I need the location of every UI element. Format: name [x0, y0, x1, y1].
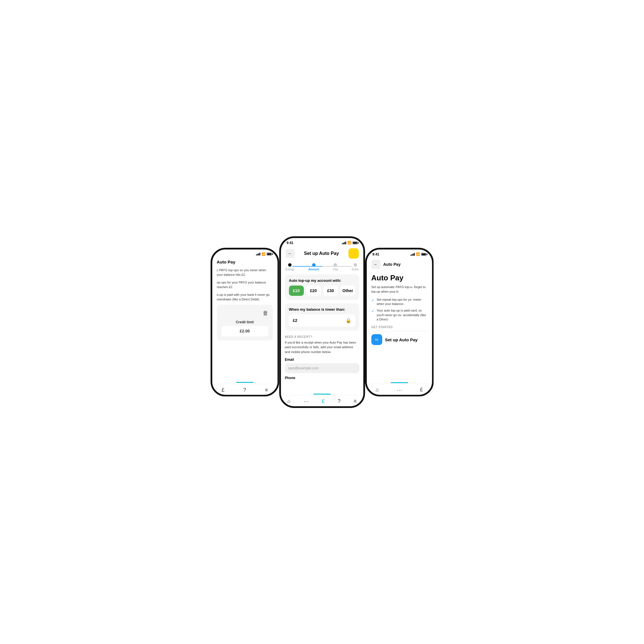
amount-btn-10[interactable]: £10	[289, 286, 304, 296]
payments-icon-left: £	[221, 387, 224, 393]
left-para-1: c PAYG top-ups so you never when your ba…	[217, 268, 273, 277]
status-bar-center: 9:41 📶	[281, 238, 363, 246]
phone-left: 9:41 📶 Auto Pay c PAYG top-ups so you ne…	[211, 248, 279, 397]
credit-value: £2.00	[221, 326, 268, 336]
activity-icon-center: ⋯	[304, 398, 309, 405]
back-button-center[interactable]: ←	[286, 249, 295, 258]
nav-item-home-center[interactable]: ⌂	[287, 398, 290, 404]
autopay-heading: Auto Pay	[371, 274, 427, 282]
step-dot-done	[354, 263, 357, 267]
right-content: 9:41 📶 ← Auto Pay Auto Pay	[367, 249, 432, 395]
nav-item-payments-right[interactable]: £	[420, 387, 423, 393]
lightning-button-center[interactable]: ⚡	[348, 248, 359, 259]
step-label-done: Done	[352, 268, 359, 271]
step-done: Done	[352, 263, 359, 271]
help-icon-center: ?	[338, 398, 340, 404]
get-started-label: GET STARTED	[371, 326, 427, 329]
nav-item-activity-center[interactable]: ⋯	[304, 398, 309, 405]
check-mark-1: ✓	[371, 298, 374, 303]
signal-icon-right	[411, 253, 415, 256]
left-title: Auto Pay	[217, 259, 235, 264]
app-header-center: ← Set up Auto Pay ⚡	[281, 246, 363, 261]
check-item-1: ✓ Set repeat top-ups for yo- meter when …	[371, 298, 427, 306]
status-time-center: 9:41	[287, 241, 294, 245]
status-time-right: 9:41	[372, 252, 379, 256]
email-input[interactable]: sam@example.com	[285, 363, 359, 373]
nav-item-activity-right[interactable]: ⋯	[397, 387, 402, 393]
nav-indicator-left	[236, 382, 253, 383]
receipt-section: NEED A RECEIPT? If you'd like a receipt …	[281, 334, 363, 384]
left-para-2: op-ups for your PAYG your balance reache…	[217, 280, 273, 290]
scene: 9:41 📶 Auto Pay c PAYG top-ups so you ne…	[193, 236, 451, 408]
balance-display: £2 🔒	[289, 314, 355, 327]
battery-icon-left	[267, 253, 272, 255]
step-label-amount: Amount	[308, 268, 319, 271]
lock-icon: 🔒	[346, 318, 351, 323]
balance-card: When my balance is lower than: £2 🔒	[285, 303, 359, 331]
help-icon-left: ?	[243, 387, 246, 393]
nav-item-home-right[interactable]: ⌂	[376, 387, 379, 393]
step-energy: Energy	[286, 263, 295, 271]
right-app-header: ← Auto Pay	[367, 257, 432, 271]
phone-center: 9:41 📶 ← Set up Auto Pay ⚡	[279, 236, 365, 408]
activity-icon-right: ⋯	[397, 387, 402, 393]
nav-indicator-center	[314, 394, 331, 395]
nav-item-menu-center[interactable]: ≡	[354, 398, 357, 404]
battery-icon-right	[421, 253, 426, 256]
back-button-right[interactable]: ←	[371, 260, 381, 269]
receipt-label: NEED A RECEIPT?	[285, 335, 359, 338]
balance-card-title: When my balance is lower than:	[289, 307, 355, 312]
wifi-icon-left: 📶	[261, 252, 265, 256]
stepper-center: Energy Amount Pay Done	[281, 261, 363, 274]
amount-options: £10 £20 £30 Other	[289, 286, 355, 296]
check-mark-2: ✓	[371, 309, 374, 314]
left-para-3: o-up is paid with your bank ll never go …	[217, 292, 273, 302]
amount-btn-30[interactable]: £30	[323, 286, 338, 296]
left-credit-card: 🗑 Credit limit £2.00	[217, 305, 273, 340]
status-icons-right: 📶	[411, 252, 426, 256]
step-amount: Amount	[308, 263, 319, 271]
step-label-pay: Pay	[333, 268, 338, 271]
nav-bar-center: ⌂ ⋯ £ ? ≡	[281, 395, 363, 406]
check-text-2: Your auto top-up is paid card, so you'll…	[377, 308, 427, 322]
left-body: c PAYG top-ups so you never when your ba…	[212, 265, 278, 382]
nav-item-help-center[interactable]: ?	[338, 398, 340, 404]
menu-icon-left: ≡	[265, 387, 268, 393]
step-dot-pay	[334, 263, 337, 267]
amount-card-title: Auto top-up my account with:	[289, 278, 355, 283]
status-icons-center: 📶	[342, 241, 358, 245]
payments-icon-center: £	[322, 398, 325, 404]
amount-card: Auto top-up my account with: £10 £20 £30…	[285, 274, 359, 300]
step-label-energy: Energy	[286, 268, 295, 271]
payments-icon-right: £	[420, 387, 423, 393]
home-icon-center: ⌂	[287, 398, 290, 404]
nav-indicator-right	[391, 382, 408, 383]
status-bar-right: 9:41 📶	[367, 249, 432, 257]
step-pay: Pay	[333, 263, 338, 271]
left-content: 9:41 📶 Auto Pay c PAYG top-ups so you ne…	[212, 249, 278, 395]
phone-right: 9:41 📶 ← Auto Pay Auto Pay	[365, 248, 434, 397]
nav-item-help-left[interactable]: ?	[243, 387, 246, 393]
divider-right	[371, 331, 427, 331]
setup-btn-label: Set up Auto Pay	[385, 337, 418, 342]
nav-item-menu-left[interactable]: ≡	[265, 387, 268, 393]
status-icons-left: 📶	[256, 252, 272, 256]
autopay-description: Set up automatic PAYG top-u- forget to t…	[371, 285, 427, 294]
amount-btn-other[interactable]: Other	[340, 286, 355, 296]
setup-autopay-button[interactable]: ∞ Set up Auto Pay	[371, 334, 427, 345]
credit-label: Credit limit	[221, 320, 268, 325]
right-body: Auto Pay Set up automatic PAYG top-u- fo…	[367, 271, 432, 382]
home-icon-right: ⌂	[376, 387, 379, 393]
lightning-icon-center: ⚡	[350, 250, 357, 257]
step-dot-amount	[312, 263, 316, 267]
trash-icon[interactable]: 🗑	[263, 309, 268, 317]
autopay-btn-icon: ∞	[371, 334, 382, 345]
wifi-icon-center: 📶	[347, 241, 351, 245]
nav-item-payments-center[interactable]: £	[322, 398, 325, 404]
status-bar-left: 9:41 📶	[212, 249, 278, 257]
nav-item-payments-left[interactable]: £	[221, 387, 224, 393]
center-content: 9:41 📶 ← Set up Auto Pay ⚡	[281, 238, 363, 406]
amount-btn-20[interactable]: £20	[306, 286, 321, 296]
check-item-2: ✓ Your auto top-up is paid card, so you'…	[371, 308, 427, 322]
signal-icon-left	[256, 253, 260, 255]
